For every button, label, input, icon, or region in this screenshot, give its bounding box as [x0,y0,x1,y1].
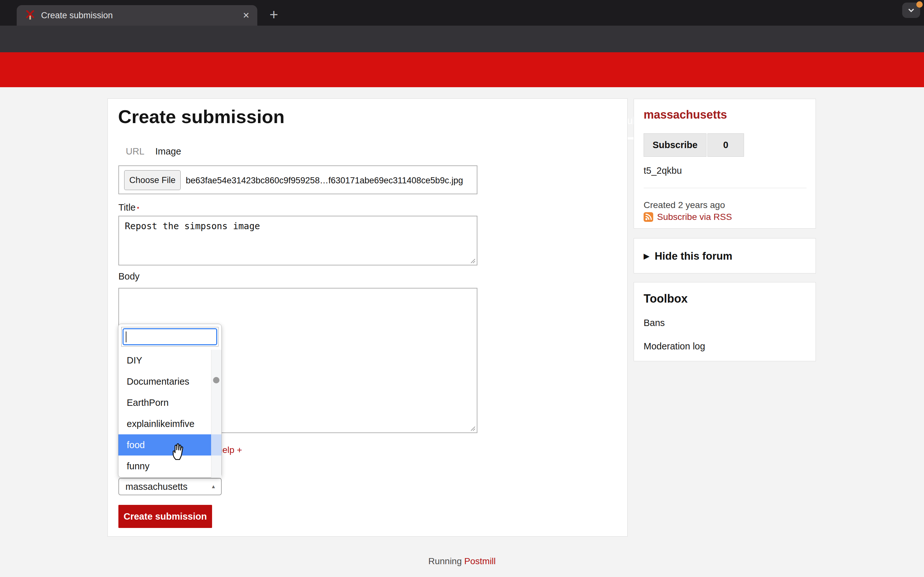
footer-postmill-link[interactable]: Postmill [464,556,496,566]
divider [644,188,806,188]
file-name: be63fae54e31423bc860c9f959258…f630171abe… [186,166,463,195]
toolbox-card: Toolbox Bans Moderation log [634,282,816,361]
subscriber-count: 0 [708,133,744,157]
forum-option[interactable]: EarthPorn [118,392,212,413]
hand-cursor [170,442,187,461]
forum-select-value: massachusetts [126,482,211,492]
title-resize-grip[interactable] [470,258,475,263]
browser-tab[interactable]: Create submission ✕ [17,5,257,26]
dropdown-scrollbar-thumb[interactable] [213,377,220,384]
postmill-windmill-favicon [25,10,35,21]
forum-option-list: DIY Documentaries EarthPorn explainlikei… [118,350,212,477]
browser-tab-strip: Create submission ✕ + [0,0,924,26]
create-submission-button[interactable]: Create submission [118,505,212,528]
forum-option[interactable]: funny [118,456,212,477]
subscribe-button[interactable]: Subscribe [644,133,706,157]
site-header: Postmill Forums Wiki + Submit MarvelsGra… [0,52,924,87]
rss-subscribe-row[interactable]: Subscribe via RSS [644,212,732,222]
forum-created-text: Created 2 years ago [644,200,725,210]
sidebar-forum-name[interactable]: massachusetts [644,108,727,121]
title-label: Title [118,202,136,213]
dropdown-scrollbar-highlight-segment [211,434,221,456]
body-resize-grip[interactable] [470,425,475,431]
tab-title: Create submission [41,11,242,21]
screen: Create submission ✕ + ← → ⟳ Not Secure e… [0,0,924,577]
forum-option[interactable]: explainlikeimfive [118,413,212,434]
hide-forum-toggle[interactable]: ▶ Hide this forum [644,239,732,274]
toolbox-title: Toolbox [644,292,688,306]
toolbox-item-bans[interactable]: Bans [644,318,665,328]
file-input[interactable]: Choose File be63fae54e31423bc860c9f95925… [118,165,477,194]
select-arrow-icon: ▲ [211,484,216,490]
forum-info-card: massachusetts Subscribe 0 t5_2qkbu Creat… [634,99,816,229]
dropdown-scrollbar-track[interactable] [211,350,221,478]
dropdown-filter-input[interactable] [123,328,217,345]
hide-forum-card: ▶ Hide this forum [634,238,816,274]
forum-dropdown-popup: DIY Documentaries EarthPorn explainlikei… [118,324,222,478]
page-title: Create submission [118,106,284,127]
toolbox-item-moderation-log[interactable]: Moderation log [644,341,705,351]
title-textarea[interactable]: Repost the simpsons image [118,216,477,266]
details-marker-icon: ▶ [644,251,649,261]
browser-toolbar: ← → ⟳ Not Secure ec2-44-202-179-34.compu… [0,26,924,52]
choose-file-button[interactable]: Choose File [124,170,181,190]
tab-image[interactable]: Image [155,146,181,157]
hide-forum-label: Hide this forum [654,250,732,262]
body-label: Body [118,271,140,282]
new-tab-icon[interactable]: + [270,6,278,23]
dropdown-search-wrap [121,327,218,347]
rss-subscribe-link[interactable]: Subscribe via RSS [657,212,732,222]
title-required-marker: * [137,206,139,211]
tab-close-icon[interactable]: ✕ [242,11,250,21]
footer-running-text: Running [428,556,462,566]
footer: Running Postmill [0,556,924,566]
forum-option[interactable]: DIY [118,350,212,371]
browser-update-dot [916,1,923,8]
forum-id: t5_2qkbu [644,165,682,176]
forum-option[interactable]: Documentaries [118,371,212,392]
chevron-down-icon [906,5,916,15]
text-caret [126,332,126,342]
forum-option-highlighted[interactable]: food [118,434,212,456]
tab-url[interactable]: URL [126,146,144,157]
forum-select[interactable]: massachusetts ▲ [118,478,222,495]
rss-icon [644,212,653,222]
